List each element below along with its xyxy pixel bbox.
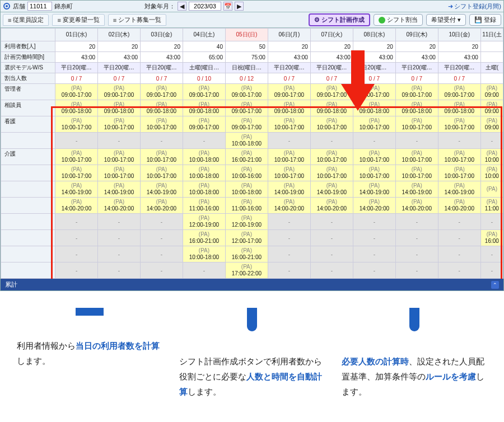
model-cell[interactable]: 平日20(曜… [268, 63, 310, 73]
shift-cell[interactable]: (PA)14:00-20:00 [438, 198, 480, 214]
model-cell[interactable]: 土曜(曜日… [183, 63, 225, 73]
shift-cell[interactable]: (PA)10:00-18:00 [225, 133, 268, 149]
shift-cell[interactable]: (PA)16:00 [480, 230, 503, 246]
shift-cell[interactable]: (PA)10:00-17:00 [55, 116, 98, 133]
shift-cell[interactable]: (PA)10:00-18:00 [183, 149, 225, 165]
shift-cell[interactable]: (PA)10:00-18:00 [183, 181, 225, 198]
model-cell[interactable]: 日20(曜… [353, 63, 395, 73]
shift-cell[interactable]: (PA)09:00 [480, 116, 503, 133]
period-picker-button[interactable]: 📅 [223, 2, 232, 11]
shift-register-month-button[interactable]: ➜ シフト登録(月間) [448, 2, 501, 11]
date-header[interactable]: 09日(木) [395, 29, 438, 41]
date-header[interactable]: 10日(金) [438, 29, 480, 41]
shift-cell[interactable]: (PA)09:00-17:00 [225, 84, 268, 100]
model-cell[interactable]: 土曜( [480, 63, 503, 73]
period-prev-button[interactable]: ◀ [178, 2, 186, 11]
shift-cell[interactable]: (PA)09:00-18:00 [55, 100, 98, 116]
shift-cell[interactable]: (PA)12:00-19:00 [183, 214, 225, 230]
date-header[interactable]: 02日(木) [98, 29, 141, 41]
shift-cell[interactable]: (PA)09:00-17:00 [310, 84, 353, 100]
shift-cell[interactable]: (PA)14:00-20:00 [268, 198, 310, 214]
register-button[interactable]: 💾 登録 [469, 14, 501, 26]
period-input[interactable] [189, 2, 221, 11]
shift-cell[interactable]: (PA)09:00-18:00 [353, 100, 395, 116]
shift-cell[interactable]: (PA)10:00-17:00 [353, 116, 395, 133]
shift-cell[interactable]: (PA)10:00-18:00 [183, 246, 225, 262]
shift-plan-create-button[interactable]: ⚙ シフト計画作成 [309, 13, 370, 26]
date-header[interactable]: 05日(日) [225, 29, 268, 41]
store-code-input[interactable] [27, 2, 52, 11]
shift-cell[interactable]: (PA)10:00-17:00 [310, 165, 353, 181]
shift-cell[interactable]: (PA)14:00-19:00 [353, 181, 395, 198]
shift-cell[interactable]: (PA)10:00-17:00 [438, 149, 480, 165]
shift-cell[interactable]: (PA)17:00-22:00 [225, 262, 268, 279]
shift-cell[interactable]: (PA)14:00-20:00 [395, 198, 438, 214]
model-cell[interactable]: 平日20(曜… [310, 63, 353, 73]
shift-cell[interactable]: (PA)10:00-17:00 [141, 149, 183, 165]
shift-cell[interactable]: (PA)09:00-18:00 [310, 100, 353, 116]
shift-cell[interactable]: (PA)11:00-16:00 [225, 198, 268, 214]
shift-cell[interactable]: (PA)10:00-17:00 [141, 116, 183, 133]
shift-cell[interactable]: (PA)14:00-19:00 [310, 181, 353, 198]
shift-cell[interactable]: (PA)09:00-17:00 [353, 84, 395, 100]
shift-cell[interactable]: (PA)10:00 [480, 165, 503, 181]
shift-cell[interactable]: (PA)10:00-17:00 [98, 149, 141, 165]
shift-cell[interactable]: (PA)16:00-21:00 [183, 230, 225, 246]
shift-cell[interactable]: (PA)09:00-18:00 [438, 100, 480, 116]
shift-cell[interactable]: (PA)09:00-17:00 [438, 84, 480, 100]
shift-cell[interactable]: (PA)14:00-20:00 [353, 198, 395, 214]
shift-cell[interactable]: (PA)10:00-17:00 [98, 165, 141, 181]
shift-cell[interactable]: (PA)10:00-17:00 [438, 116, 480, 133]
footer-collapse-button[interactable]: ⌃ [491, 281, 499, 289]
shift-cell[interactable]: (PA)10:00-17:00 [395, 149, 438, 165]
shift-cell[interactable]: (PA)14:00-19:00 [395, 181, 438, 198]
tab-change-request-list[interactable]: ≡ 変更希望一覧 [52, 14, 104, 26]
shift-cell[interactable]: (PA)14:00-19:00 [438, 181, 480, 198]
date-header[interactable]: 07日(火) [310, 29, 353, 41]
shift-cell[interactable]: (PA)14:00-19:00 [268, 181, 310, 198]
shift-cell[interactable]: (PA)14:00-19:00 [141, 181, 183, 198]
shift-cell[interactable]: (PA)10:00-18:00 [183, 165, 225, 181]
date-header[interactable]: 08日(水) [353, 29, 395, 41]
shift-cell[interactable]: (PA)09:00-17:00 [395, 84, 438, 100]
shift-cell[interactable]: (PA)09:00-17:00 [183, 116, 225, 133]
shift-cell[interactable]: (PA)10:00-17:00 [268, 116, 310, 133]
shift-cell[interactable]: (PA)09:00-17:00 [225, 100, 268, 116]
shift-cell[interactable]: (PA)09:00-18:00 [268, 100, 310, 116]
date-header[interactable]: 04日(土) [183, 29, 225, 41]
shift-cell[interactable]: (PA)10:00-17:00 [353, 149, 395, 165]
shift-cell[interactable]: (PA)10:00-17:00 [310, 149, 353, 165]
period-next-button[interactable]: ▶ [235, 2, 244, 11]
shift-cell[interactable]: (PA)10:00-18:00 [225, 181, 268, 198]
shift-cell[interactable]: (PA)09:00-18:00 [98, 100, 141, 116]
shift-cell[interactable]: (PA)14:00-19:00 [55, 181, 98, 198]
shift-cell[interactable]: (PA)09:00-17:00 [141, 84, 183, 100]
shift-cell[interactable]: (PA)14:00-20:00 [55, 198, 98, 214]
shift-cell[interactable]: (PA)10:00 [480, 149, 503, 165]
preference-accept-button[interactable]: 希望受付 ▾ [426, 14, 466, 26]
shift-cell[interactable]: (PA)10:00-17:00 [55, 165, 98, 181]
tab-shift-recruit-list[interactable]: ≡ シフト募集一覧 [108, 14, 166, 26]
shift-cell[interactable]: (PA)10:00-17:00 [141, 165, 183, 181]
shift-cell[interactable]: (PA)10:00-17:00 [268, 149, 310, 165]
shift-cell[interactable]: (PA)10:00-17:00 [310, 116, 353, 133]
shift-cell[interactable]: (PA)09:00-18:00 [395, 100, 438, 116]
shift-cell[interactable]: (PA)10:00-17:00 [353, 165, 395, 181]
shift-cell[interactable]: (PA)09:00-17:00 [225, 116, 268, 133]
shift-cell[interactable]: (PA)09:00-18:00 [183, 100, 225, 116]
date-header[interactable]: 01日(水) [55, 29, 98, 41]
shift-cell[interactable]: (PA)09:00-17:00 [98, 84, 141, 100]
shift-cell[interactable]: (PA)16:00-21:00 [225, 246, 268, 262]
shift-cell[interactable]: (PA)14:00-20:00 [141, 198, 183, 214]
shift-cell[interactable]: (PA)12:00-17:00 [225, 230, 268, 246]
shift-cell[interactable]: (PA)09:00-17:00 [183, 84, 225, 100]
model-cell[interactable]: 平日20(曜… [55, 63, 98, 73]
shift-cell[interactable]: (PA)11:00 [480, 198, 503, 214]
shift-cell[interactable]: (PA)09:00-17:00 [55, 84, 98, 100]
shift-cell[interactable]: (PA)09:00 [480, 84, 503, 100]
shift-cell[interactable]: (PA)14:00-19:00 [98, 181, 141, 198]
shift-cell[interactable]: (PA)10:00-17:00 [395, 165, 438, 181]
shift-cell[interactable]: (PA)10:00-17:00 [268, 165, 310, 181]
model-cell[interactable]: 平日20(曜… [438, 63, 480, 73]
shift-cell[interactable]: (PA)14:00-20:00 [310, 198, 353, 214]
